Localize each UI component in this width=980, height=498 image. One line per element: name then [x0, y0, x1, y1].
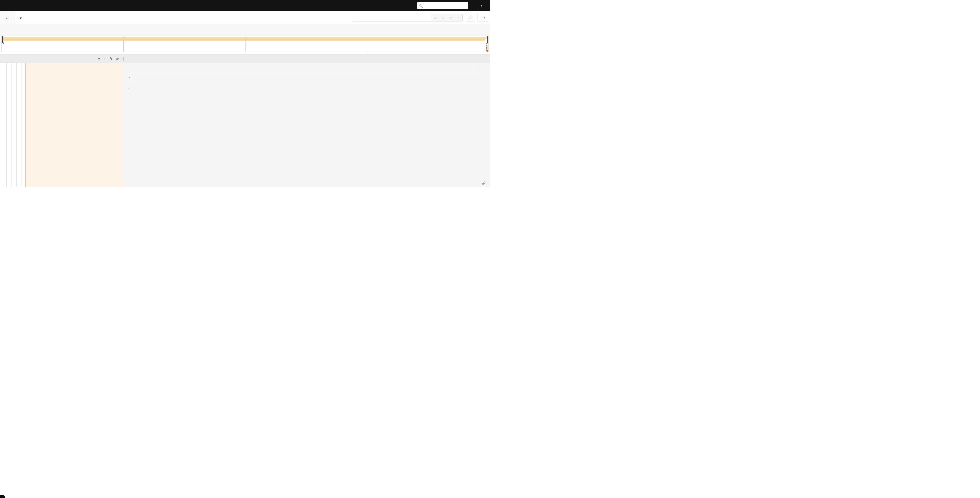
- about-jaeger-menu[interactable]: ▼: [479, 4, 483, 7]
- find-prev-icon[interactable]: ∧: [439, 14, 447, 21]
- collapse-all-icon[interactable]: ≫: [109, 57, 113, 60]
- minimap-right-scrubber[interactable]: [487, 36, 488, 43]
- process-row[interactable]: ›: [128, 86, 485, 90]
- trace-view-selector[interactable]: ▼: [477, 14, 489, 21]
- minimap-left-scrubber[interactable]: [2, 36, 3, 43]
- back-button[interactable]: ←: [0, 11, 15, 24]
- span-detail-meta: [470, 67, 485, 70]
- span-detail-panel: ∨ ›: [123, 63, 490, 187]
- chevron-down-icon: ▼: [480, 4, 483, 7]
- top-navbar: ▼: [0, 0, 490, 11]
- minimap-span-bar: [3, 42, 4, 44]
- minimap-span-bar: [2, 37, 487, 38]
- command-icon: ⌘: [468, 15, 473, 21]
- find-input[interactable]: [352, 14, 431, 21]
- chevron-right-icon: ›: [128, 86, 129, 90]
- expand-all-icon[interactable]: ≫: [116, 57, 119, 61]
- collapse-trace-chevron-icon[interactable]: ∨: [19, 16, 22, 20]
- expand-one-icon[interactable]: ›: [103, 57, 107, 61]
- span-id-row: [479, 182, 485, 185]
- trace-header: ← ∨ ◎ ∧ ∨ × ⌘ ▼: [0, 11, 490, 24]
- tags-section-toggle[interactable]: ∨: [128, 76, 485, 79]
- find-next-icon[interactable]: ∨: [447, 14, 455, 21]
- minimap-span-bar: [486, 48, 487, 49]
- span-detail-indent: [0, 63, 123, 187]
- timeline-header: ∨ › ≫ ≫: [0, 54, 490, 63]
- search-icon: [420, 4, 422, 7]
- trace-id-lookup[interactable]: [417, 2, 468, 9]
- find-locate-icon[interactable]: ◎: [432, 14, 439, 21]
- minimap-span-bar: [487, 50, 488, 52]
- back-arrow-icon: ←: [5, 15, 10, 21]
- minimap-tick-labels: [0, 32, 490, 36]
- collapse-one-icon[interactable]: ∨: [97, 57, 101, 61]
- minimap-span-bar: [2, 39, 485, 41]
- find-clear-icon[interactable]: ×: [455, 14, 462, 21]
- copy-link-icon[interactable]: [482, 182, 485, 185]
- trace-meta-bar: [0, 24, 490, 32]
- chevron-down-icon: ▼: [483, 16, 486, 19]
- find-group: ◎ ∧ ∨ ×: [352, 14, 463, 21]
- span-rows: ∨ ›: [0, 63, 490, 249]
- trace-id-lookup-input[interactable]: [424, 3, 465, 8]
- chevron-down-icon: ∨: [128, 76, 130, 79]
- minimap-span-bar: [486, 45, 487, 46]
- minimap-span-bar: [486, 46, 487, 48]
- span-detail-row: ∨ ›: [0, 63, 490, 187]
- trace-minimap[interactable]: [2, 36, 488, 52]
- keyboard-shortcuts-button[interactable]: ⌘: [466, 14, 475, 21]
- tags-table: [128, 81, 485, 81]
